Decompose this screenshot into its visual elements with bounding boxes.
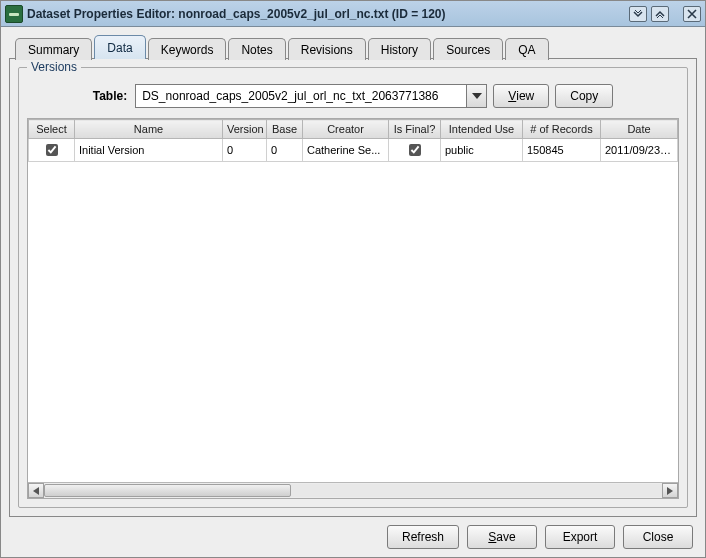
content-area: Summary Data Keywords Notes Revisions Hi…: [1, 27, 705, 557]
col-date[interactable]: Date: [601, 120, 678, 139]
table-label: Table:: [93, 89, 127, 103]
col-intendeduse[interactable]: Intended Use: [441, 120, 523, 139]
tab-notes[interactable]: Notes: [228, 38, 285, 60]
scroll-track[interactable]: [44, 484, 662, 497]
table-selector-row: Table: View Copy: [27, 80, 679, 118]
versions-group: Versions Table: View Copy: [18, 67, 688, 508]
col-isfinal[interactable]: Is Final?: [389, 120, 441, 139]
row-isfinal-checkbox[interactable]: [409, 144, 421, 156]
scroll-thumb[interactable]: [44, 484, 291, 497]
horizontal-scrollbar[interactable]: [28, 482, 678, 498]
minimize-icon[interactable]: [629, 6, 647, 22]
tab-qa[interactable]: QA: [505, 38, 548, 60]
export-button[interactable]: Export: [545, 525, 615, 549]
scroll-left-icon[interactable]: [28, 483, 44, 498]
cell-name: Initial Version: [75, 139, 223, 162]
cell-intendeduse: public: [441, 139, 523, 162]
copy-button[interactable]: Copy: [555, 84, 613, 108]
versions-table-wrap: Select Name Version Base Creator Is Fina…: [27, 118, 679, 499]
row-select-checkbox[interactable]: [46, 144, 58, 156]
title-bar: Dataset Properties Editor: nonroad_caps_…: [1, 1, 705, 27]
tab-strip: Summary Data Keywords Notes Revisions Hi…: [9, 35, 697, 59]
save-button[interactable]: Save: [467, 525, 537, 549]
window-title: Dataset Properties Editor: nonroad_caps_…: [27, 7, 625, 21]
cell-creator: Catherine Se...: [303, 139, 389, 162]
refresh-button-label: Refresh: [402, 530, 444, 544]
versions-group-label: Versions: [27, 60, 81, 74]
tab-panel-data: Versions Table: View Copy: [9, 58, 697, 517]
export-button-label: Export: [563, 530, 598, 544]
col-version[interactable]: Version: [223, 120, 267, 139]
table-empty-area: [28, 162, 678, 482]
maximize-icon[interactable]: [651, 6, 669, 22]
col-creator[interactable]: Creator: [303, 120, 389, 139]
table-combo-input[interactable]: [136, 85, 466, 107]
versions-table: Select Name Version Base Creator Is Fina…: [28, 119, 678, 162]
save-button-label: Save: [488, 530, 515, 544]
col-select[interactable]: Select: [29, 120, 75, 139]
copy-button-label: Copy: [570, 89, 598, 103]
table-header-row: Select Name Version Base Creator Is Fina…: [29, 120, 678, 139]
app-icon: [5, 5, 23, 23]
cell-isfinal[interactable]: [389, 139, 441, 162]
close-button-label: Close: [643, 530, 674, 544]
tab-history[interactable]: History: [368, 38, 431, 60]
table-combo[interactable]: [135, 84, 487, 108]
cell-version: 0: [223, 139, 267, 162]
tab-data[interactable]: Data: [94, 35, 145, 59]
cell-records: 150845: [523, 139, 601, 162]
tab-summary[interactable]: Summary: [15, 38, 92, 60]
footer-button-row: Refresh Save Export Close: [9, 517, 697, 551]
col-name[interactable]: Name: [75, 120, 223, 139]
col-base[interactable]: Base: [267, 120, 303, 139]
cell-select[interactable]: [29, 139, 75, 162]
col-records[interactable]: # of Records: [523, 120, 601, 139]
tab-revisions[interactable]: Revisions: [288, 38, 366, 60]
close-icon[interactable]: [683, 6, 701, 22]
refresh-button[interactable]: Refresh: [387, 525, 459, 549]
scroll-right-icon[interactable]: [662, 483, 678, 498]
tab-sources[interactable]: Sources: [433, 38, 503, 60]
cell-base: 0: [267, 139, 303, 162]
chevron-down-icon[interactable]: [466, 85, 486, 107]
cell-date: 2011/09/23 14:1: [601, 139, 678, 162]
view-button[interactable]: View: [493, 84, 549, 108]
table-row[interactable]: Initial Version 0 0 Catherine Se... publ…: [29, 139, 678, 162]
close-button[interactable]: Close: [623, 525, 693, 549]
tab-keywords[interactable]: Keywords: [148, 38, 227, 60]
mdi-window: Dataset Properties Editor: nonroad_caps_…: [0, 0, 706, 558]
